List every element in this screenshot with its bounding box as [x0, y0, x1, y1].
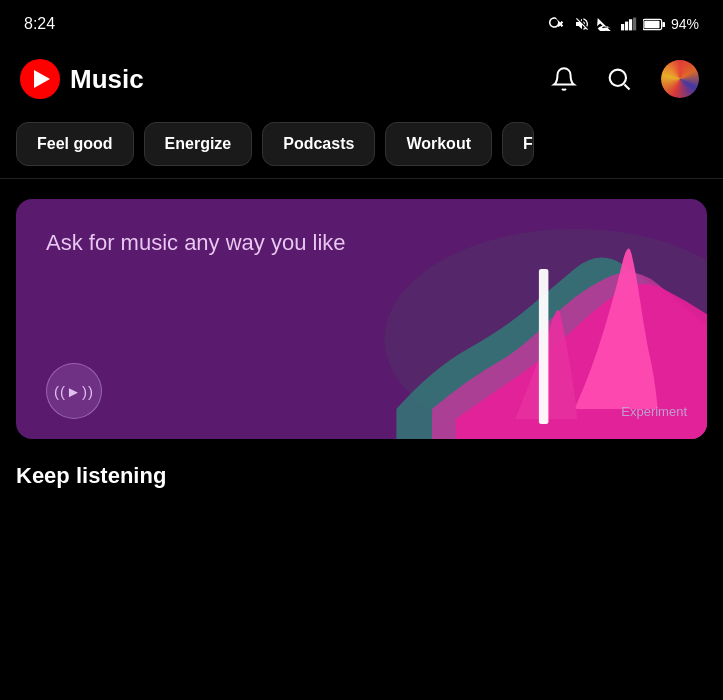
svg-rect-5 — [662, 21, 665, 26]
search-icon — [605, 65, 633, 93]
svg-line-8 — [624, 84, 629, 89]
chip-feel-good[interactable]: Feel good — [16, 122, 134, 166]
youtube-music-logo — [20, 59, 60, 99]
voice-icon: ((►)) — [54, 383, 94, 400]
avatar-image — [661, 60, 699, 98]
chip-workout[interactable]: Workout — [385, 122, 492, 166]
profile-button[interactable] — [657, 56, 703, 102]
chip-more[interactable]: F — [502, 122, 534, 166]
key-icon — [549, 17, 567, 31]
keep-listening-section: Keep listening — [0, 439, 723, 489]
wifi-icon — [597, 17, 615, 31]
svg-rect-1 — [625, 22, 628, 31]
battery-icon — [643, 18, 665, 31]
chip-energize[interactable]: Energize — [144, 122, 253, 166]
voice-button[interactable]: ((►)) — [46, 363, 102, 419]
battery-percent: 94% — [671, 16, 699, 32]
banner-bottom: ((►)) Experiment — [46, 363, 687, 419]
banner-section: Ask for music any way you like — [0, 179, 723, 439]
keep-listening-title: Keep listening — [16, 463, 707, 489]
experiment-label: Experiment — [621, 404, 687, 419]
search-button[interactable] — [601, 61, 637, 97]
status-bar: 8:24 94% — [0, 0, 723, 44]
chip-podcasts[interactable]: Podcasts — [262, 122, 375, 166]
header-actions — [547, 56, 703, 102]
status-icons: 94% — [549, 16, 699, 32]
chips-row: Feel good Energize Podcasts Workout F — [0, 114, 723, 178]
avatar — [661, 60, 699, 98]
svg-rect-0 — [621, 24, 624, 30]
svg-rect-6 — [644, 20, 659, 28]
logo-area: Music — [20, 59, 144, 99]
signal-icon — [621, 17, 637, 31]
bell-icon — [551, 66, 577, 92]
status-time: 8:24 — [24, 15, 55, 33]
svg-point-7 — [610, 70, 626, 86]
svg-rect-3 — [633, 18, 636, 31]
app-header: Music — [0, 44, 723, 114]
banner-title: Ask for music any way you like — [46, 229, 399, 258]
mute-icon — [573, 16, 591, 32]
notification-button[interactable] — [547, 62, 581, 96]
play-triangle — [34, 70, 50, 88]
app-title: Music — [70, 64, 144, 95]
ai-music-banner[interactable]: Ask for music any way you like — [16, 199, 707, 439]
svg-rect-2 — [629, 19, 632, 30]
